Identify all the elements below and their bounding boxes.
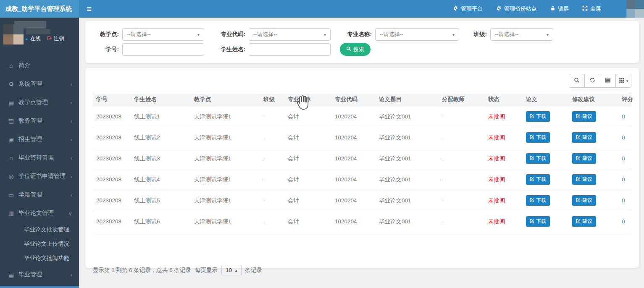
- suggest-button[interactable]: 建议: [572, 111, 596, 122]
- navbar-menu: 管理平台 管理省份站点 锁屏 全屏: [453, 0, 644, 18]
- records-summary: 显示第 1 到第 6 条记录，总共 6 条记录: [93, 267, 191, 274]
- score-link[interactable]: 0: [622, 218, 625, 225]
- table-row: 20230208 线上测试2 天津测试学院1 - 会计 1020204 毕业论文…: [93, 127, 631, 148]
- manage-province-sites-link[interactable]: 管理省份站点: [496, 5, 537, 13]
- score-link[interactable]: 0: [622, 176, 625, 183]
- columns-button[interactable]: ▾: [615, 74, 631, 88]
- online-status-label: 在线: [30, 35, 41, 42]
- edit-icon: [576, 114, 581, 120]
- toggle-pagination-button[interactable]: [600, 74, 616, 88]
- avatar: [3, 24, 24, 45]
- download-label: 下载: [536, 113, 546, 120]
- sidebar-item-intro[interactable]: ⌂ 简介: [0, 56, 79, 75]
- score-link[interactable]: 0: [622, 134, 625, 141]
- status-badge: 未批阅: [485, 190, 523, 211]
- sidebar-item-thesis-management[interactable]: ▥ 毕业论文管理 ∨: [0, 204, 79, 223]
- download-label: 下载: [536, 155, 546, 162]
- cell-assigned-teacher: -: [439, 211, 485, 232]
- sidebar-item-label: 毕业论文管理: [18, 209, 68, 217]
- suggest-button[interactable]: 建议: [572, 195, 596, 206]
- suggest-button[interactable]: 建议: [572, 174, 596, 185]
- results-panel: ▾ 学号学生姓名教学点班级专业名称专业代码论文题目分配教师状态论文修改建议评分: [85, 68, 639, 268]
- fullscreen-link[interactable]: 全屏: [582, 5, 601, 13]
- manage-platform-link[interactable]: 管理平台: [453, 5, 483, 13]
- student-name-input[interactable]: [249, 43, 331, 56]
- sidebar-item-enrollment-management[interactable]: ▣ 招生管理 ‹: [0, 130, 79, 149]
- sidebar-item-label: 教学点管理: [18, 99, 71, 106]
- class-select[interactable]: --请选择--▾: [490, 28, 553, 41]
- download-button[interactable]: 下载: [526, 132, 550, 143]
- download-button[interactable]: 下载: [526, 216, 550, 227]
- cell-major-code: 1020204: [331, 211, 376, 232]
- cell-teaching-point: 天津测试学院1: [191, 169, 260, 190]
- table-search-button[interactable]: [569, 74, 585, 88]
- table-refresh-button[interactable]: [584, 74, 600, 88]
- status-badge: 未批阅: [485, 211, 523, 232]
- suggest-button[interactable]: 建议: [572, 132, 596, 143]
- edit-icon: [530, 135, 534, 141]
- teaching-point-select[interactable]: --请选择--▾: [122, 28, 204, 41]
- lock-screen-label: 锁屏: [558, 5, 569, 13]
- sidebar-item-student-status-management[interactable]: ▭ 学籍管理 ‹: [0, 186, 79, 204]
- logout-button[interactable]: 注销: [47, 35, 64, 42]
- cell-student-no: 20230208: [93, 106, 131, 127]
- column-header: 专业名称: [284, 93, 331, 106]
- table-row: 20230208 线上测试1 天津测试学院1 - 会计 1020204 毕业论文…: [93, 106, 631, 127]
- cell-student-no: 20230208: [93, 211, 131, 232]
- suggest-label: 建议: [582, 155, 592, 162]
- suggest-label: 建议: [582, 218, 592, 225]
- cell-student-no: 20230208: [93, 127, 131, 148]
- column-header: 论文: [523, 93, 569, 106]
- sidebar-item-degree-certificate-application[interactable]: ◎ 学位证书申请管理 ‹: [0, 167, 79, 186]
- chevron-down-icon: ▾: [197, 32, 200, 37]
- chevron-icon: ∨: [68, 210, 72, 217]
- major-code-select[interactable]: --请选择--▾: [249, 28, 331, 41]
- chevron-icon: ‹: [71, 99, 72, 106]
- fullscreen-icon: [582, 5, 588, 12]
- column-header: 分配教师: [439, 93, 485, 106]
- sidebar-item-graduation-defense-management[interactable]: ∩ 毕业答辩管理 ‹: [0, 149, 79, 167]
- major-name-select[interactable]: --请选择--▾: [375, 28, 459, 41]
- sidebar-subitem-thesis-upload-status[interactable]: 毕业论文上传情况: [0, 237, 79, 251]
- score-link[interactable]: 0: [622, 197, 625, 204]
- lock-screen-link[interactable]: 锁屏: [550, 5, 569, 13]
- cell-score: 0: [618, 106, 631, 127]
- cell-major-code: 1020204: [331, 148, 376, 169]
- suggest-button[interactable]: 建议: [572, 153, 596, 164]
- score-link[interactable]: 0: [622, 155, 625, 162]
- cell-class: -: [260, 127, 284, 148]
- sidebar-item-graduation-management[interactable]: ▤ 毕业管理 ‹: [0, 265, 79, 284]
- download-button[interactable]: 下载: [526, 195, 550, 206]
- table-body: 20230208 线上测试1 天津测试学院1 - 会计 1020204 毕业论文…: [93, 106, 631, 232]
- download-button[interactable]: 下载: [526, 111, 550, 122]
- download-button[interactable]: 下载: [526, 153, 550, 164]
- student-no-input[interactable]: [122, 43, 204, 56]
- sidebar-toggle-button[interactable]: ≡: [79, 0, 99, 18]
- document-icon: ▤: [7, 118, 16, 124]
- download-button[interactable]: 下载: [526, 174, 550, 185]
- cell-assigned-teacher: -: [439, 169, 485, 190]
- sidebar-subitem-thesis-review[interactable]: 毕业论文批阅功能: [0, 251, 79, 265]
- page-size-select[interactable]: 10 ▴: [221, 265, 242, 275]
- sidebar-item-teaching-point-management[interactable]: ▤ 教学点管理 ‹: [0, 93, 79, 112]
- edit-icon: [576, 198, 581, 204]
- suggest-button[interactable]: 建议: [572, 216, 596, 227]
- column-header: 评分: [618, 93, 631, 106]
- score-link[interactable]: 0: [622, 113, 625, 120]
- manage-platform-label: 管理平台: [461, 5, 483, 13]
- avatar[interactable]: [626, 0, 644, 18]
- cell-major-code: 1020204: [331, 106, 376, 127]
- suggest-label: 建议: [582, 197, 592, 204]
- sidebar: ● 在线 注销 ⌂ 简介 ⚙ 系统管理 ‹: [0, 18, 79, 288]
- sidebar-item-academic-affairs-management[interactable]: ▤ 教务管理 ‹: [0, 112, 79, 130]
- cell-teaching-point: 天津测试学院1: [191, 190, 260, 211]
- cell-suggestion: 建议: [569, 169, 618, 190]
- sidebar-item-system-management[interactable]: ⚙ 系统管理 ‹: [0, 75, 79, 93]
- cell-score: 0: [618, 211, 631, 232]
- pagination-bar: 显示第 1 到第 6 条记录，总共 6 条记录 每页显示 10 ▴ 条记录: [93, 265, 631, 275]
- sidebar-item-label: 招生管理: [18, 136, 71, 143]
- sidebar-subitem-thesis-batch-management[interactable]: 毕业论文批次管理: [0, 223, 79, 237]
- sidebar-item-label: 毕业答辩管理: [18, 154, 71, 162]
- search-button[interactable]: 搜索: [340, 43, 371, 56]
- table-row: 20230208 线上测试5 天津测试学院1 - 会计 1020204 毕业论文…: [93, 190, 631, 211]
